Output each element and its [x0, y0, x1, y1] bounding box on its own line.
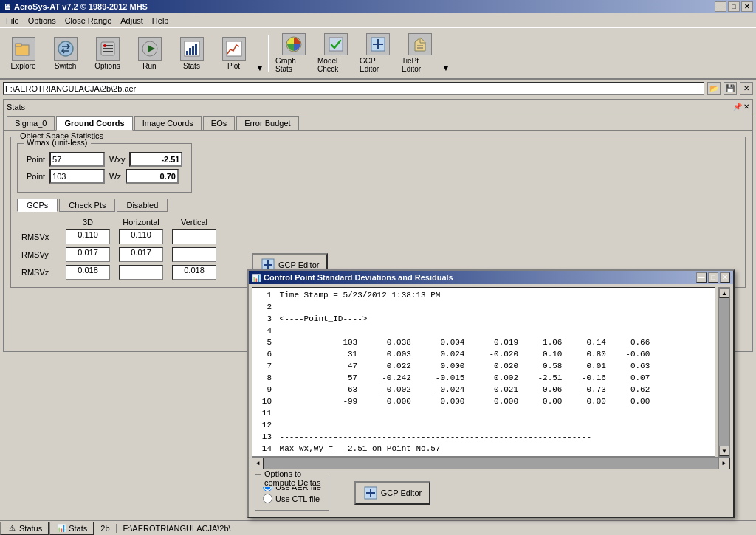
stats-tab-bar: Sigma_0 Ground Coords Image Coords EOs E… — [4, 114, 752, 130]
menu-close-range[interactable]: Close Range — [61, 15, 117, 27]
tab-eos[interactable]: EOs — [203, 116, 235, 130]
svg-point-7 — [103, 44, 106, 47]
rmsvz-label: RMSVz — [17, 263, 61, 281]
modal-maximize-button[interactable]: □ — [708, 272, 718, 283]
scroll-left-button[interactable]: ◄ — [252, 458, 264, 469]
tab-error-budget[interactable]: Error Budget — [236, 116, 298, 130]
stats-button[interactable]: Stats — [171, 31, 212, 75]
toolbar-dropdown-1[interactable]: ▼ — [255, 31, 264, 75]
maximize-button[interactable]: □ — [728, 1, 740, 12]
svg-rect-1 — [16, 44, 21, 46]
status-tab: 2b — [94, 524, 116, 533]
graph-stats-button[interactable]: Graph Stats — [273, 31, 314, 75]
menu-file[interactable]: File — [1, 15, 24, 27]
status-button[interactable]: ⚠ Status — [0, 522, 49, 535]
menu-options[interactable]: Options — [24, 15, 61, 27]
rmsvx-3d: 0.110 — [66, 229, 110, 244]
gcp-editor-toolbar-button[interactable]: GCP Editor — [357, 31, 398, 75]
plot-label: Plot — [227, 62, 240, 70]
data-display[interactable]: 1 Time Stamp = 5/23/2012 1:38:13 PM23 <-… — [252, 287, 715, 457]
explore-icon — [12, 37, 35, 61]
gcp-tab-checkpts[interactable]: Check Pts — [59, 199, 115, 212]
wmax-point2-value[interactable] — [49, 169, 105, 184]
model-check-button[interactable]: Model Check — [315, 31, 356, 75]
radio-use-ctl[interactable] — [263, 494, 272, 503]
table-row: RMSVy 0.017 0.017 — [17, 246, 221, 263]
stats-tab-button[interactable]: 📊 Stats — [49, 522, 94, 535]
toolbar-dropdown-2[interactable]: ▼ — [441, 31, 450, 75]
wmax-point1-value[interactable] — [49, 152, 105, 167]
model-check-label: Model Check — [317, 57, 354, 73]
rmsvy-vert — [172, 247, 216, 262]
filepath-bar: F:\AEROTRIANGULACJA\2b\2b.aer 📂 💾 ✕ — [0, 80, 756, 97]
options-button[interactable]: Options — [87, 31, 128, 75]
list-item: 6 31 0.003 0.024 -0.020 0.10 0.80 -0.60 — [254, 348, 713, 360]
options-label: Options — [94, 62, 120, 70]
list-item: 12 — [254, 419, 713, 431]
gcp-tab-bar: GCPs Check Pts Disabled — [17, 199, 739, 212]
filepath-close-button[interactable]: ✕ — [740, 82, 753, 95]
wmax-wz-value[interactable] — [126, 169, 179, 184]
gcp-editor-toolbar-icon — [366, 33, 390, 55]
modal-title-text: Control Point Standard Deviations and Re… — [264, 273, 453, 282]
wmax-wz-label: Wz — [109, 172, 121, 181]
gcp-editor-btn-label: GCP Editor — [278, 260, 319, 269]
rmsvz-vert: 0.018 — [172, 265, 216, 280]
menu-adjust[interactable]: Adjust — [116, 15, 148, 27]
scroll-down-button[interactable]: ▼ — [719, 446, 729, 456]
object-space-panel: Object Space Statistics Wmax (unit-less)… — [10, 137, 746, 288]
modal-close-button[interactable]: ✕ — [720, 272, 730, 283]
horizontal-scrollbar[interactable]: ◄ ► — [252, 457, 730, 469]
wmax-wxy-value[interactable] — [129, 152, 182, 167]
switch-label: Switch — [55, 62, 76, 70]
svg-point-2 — [58, 41, 73, 56]
gcp-tab-gcps[interactable]: GCPs — [17, 199, 58, 212]
rmsvy-horiz: 0.017 — [119, 247, 163, 262]
filepath-save-button[interactable]: 💾 — [724, 82, 737, 95]
list-item: 8 57 -0.242 -0.015 0.002 -2.51 -0.16 0.0… — [254, 372, 713, 384]
vertical-scrollbar[interactable]: ▲ ▼ — [718, 287, 730, 457]
minimize-button[interactable]: — — [715, 1, 726, 12]
switch-button[interactable]: Switch — [45, 31, 86, 75]
modal-minimize-button[interactable]: — — [696, 272, 707, 283]
tab-image-coords[interactable]: Image Coords — [134, 116, 202, 130]
menu-help[interactable]: Help — [148, 15, 173, 27]
switch-icon — [54, 37, 78, 61]
col-vertical: Vertical — [168, 216, 221, 228]
plot-icon — [222, 37, 246, 61]
filepath-input[interactable]: F:\AEROTRIANGULACJA\2b\2b.aer — [3, 82, 704, 95]
tab-ground-coords[interactable]: Ground Coords — [56, 116, 132, 131]
tiept-editor-label: TiePt Editor — [402, 57, 438, 73]
col-horizontal: Horizontal — [114, 216, 168, 228]
options-title: Options to compute Deltas — [261, 469, 329, 487]
list-item: 9 63 -0.002 -0.024 -0.021 -0.06 -0.73 -0… — [254, 384, 713, 396]
run-button[interactable]: Run — [129, 31, 170, 75]
stats-label: Stats — [183, 62, 200, 70]
model-check-icon — [324, 33, 348, 55]
rmsvx-vert — [172, 229, 216, 244]
rmsv-table: 3D Horizontal Vertical RMSVx 0.110 0.110… — [17, 216, 221, 281]
modal-gcp-editor-icon — [363, 486, 378, 500]
warning-icon: ⚠ — [7, 523, 17, 534]
scroll-right-button[interactable]: ► — [718, 458, 730, 469]
table-row: RMSVx 0.110 0.110 — [17, 228, 221, 246]
scroll-up-button[interactable]: ▲ — [719, 288, 729, 298]
stats-pin-button[interactable]: 📌 — [733, 103, 742, 111]
stats-tab-label: Stats — [69, 524, 87, 533]
explore-button[interactable]: Explore — [3, 31, 44, 75]
stats-close-button[interactable]: ✕ — [743, 103, 749, 111]
tiept-editor-icon — [408, 33, 432, 55]
list-item: 4 — [254, 325, 713, 336]
list-item: 13 -------------------------------------… — [254, 431, 713, 443]
gcp-tab-disabled[interactable]: Disabled — [117, 199, 168, 212]
rmsvy-3d: 0.017 — [66, 247, 110, 262]
tab-sigma0[interactable]: Sigma_0 — [7, 116, 55, 130]
rmsvx-horiz: 0.110 — [119, 229, 163, 244]
plot-button[interactable]: Plot — [213, 31, 254, 75]
modal-gcp-editor-label: GCP Editor — [381, 489, 422, 497]
close-button[interactable]: ✕ — [741, 1, 753, 12]
scroll-track-h — [264, 458, 718, 469]
tiept-editor-button[interactable]: TiePt Editor — [399, 31, 440, 75]
modal-gcp-editor-button[interactable]: GCP Editor — [354, 481, 430, 505]
filepath-browse-button[interactable]: 📂 — [707, 82, 721, 95]
